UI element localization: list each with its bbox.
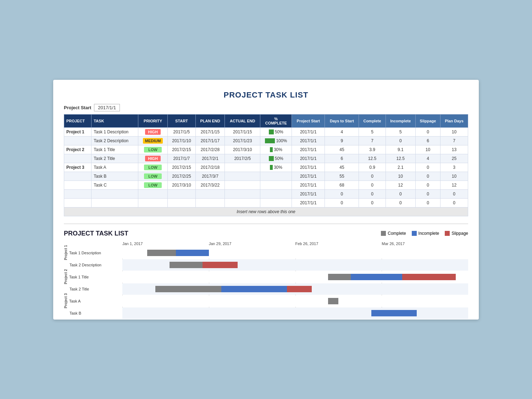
cell-plan-end: 2017/1/17 xyxy=(195,136,225,145)
gantt-bar-slippage xyxy=(287,286,312,292)
cell-project-start: 2017/1/1 xyxy=(292,163,325,172)
main-table: PROJECT TASK PRIORITY START PLAN END ACT… xyxy=(64,114,468,216)
col-days-to-start: Days to Start xyxy=(325,114,359,127)
table-row: Task 2 TitleHIGH2017/1/72017/2/12017/2/5… xyxy=(64,154,468,163)
cell-start: 2017/1/10 xyxy=(167,136,195,145)
gantt-bar-complete xyxy=(147,250,176,256)
cell-priority: HIGH xyxy=(138,127,168,136)
gantt-project-label: Project 3 xyxy=(64,293,68,308)
legend-slippage-label: Slippage xyxy=(451,231,468,236)
cell-plan-end: 2017/1/15 xyxy=(195,127,225,136)
insert-row: Insert new rows above this one xyxy=(64,207,468,216)
table-row: Project 2Task 1 TitleLOW2017/2/152017/2/… xyxy=(64,145,468,154)
cell-plan-end xyxy=(195,198,225,207)
col-project: PROJECT xyxy=(64,114,92,127)
cell-pct-complete xyxy=(260,189,292,198)
cell-actual-end: 2017/2/5 xyxy=(225,154,260,163)
cell-slippage: 6 xyxy=(416,136,440,145)
cell-days-to-start: 45 xyxy=(325,145,359,154)
gantt-date-label: Mar 26, 2017 xyxy=(382,242,468,246)
cell-task: Task 1 Title xyxy=(92,145,138,154)
cell-priority: LOW xyxy=(138,163,168,172)
gantt-project-label: Project 1 xyxy=(64,245,68,260)
cell-plan-days: 0 xyxy=(440,189,468,198)
col-actual-end: ACTUAL END xyxy=(225,114,260,127)
cell-pct-complete: 50% xyxy=(260,154,292,163)
cell-start xyxy=(167,198,195,207)
cell-actual-end: 2017/3/10 xyxy=(225,145,260,154)
cell-project xyxy=(64,136,92,145)
cell-priority: MEDIUM xyxy=(138,136,168,145)
gantt-bar-incomplete xyxy=(176,250,209,256)
cell-complete: 7 xyxy=(359,136,386,145)
project-start-row: Project Start 2017/1/1 xyxy=(64,104,468,111)
cell-plan-days: 7 xyxy=(440,136,468,145)
cell-slippage: 10 xyxy=(416,145,440,154)
table-row: Project 1Task 1 DescriptionHIGH2017/1/52… xyxy=(64,127,468,136)
cell-complete: 5 xyxy=(359,127,386,136)
gantt-date-label: Feb 26, 2017 xyxy=(295,242,382,246)
cell-task: Task B xyxy=(92,172,138,181)
cell-plan-end xyxy=(195,189,225,198)
col-incomplete: Incomplete xyxy=(386,114,415,127)
pct-text: 50% xyxy=(275,156,283,161)
gantt-task-name: Task 1 Description xyxy=(69,251,101,255)
pct-bar xyxy=(265,138,275,143)
cell-pct-complete: 100% xyxy=(260,136,292,145)
cell-complete: 0.9 xyxy=(359,163,386,172)
gantt-date-label: Jan 1, 2017 xyxy=(122,242,209,246)
table-row: 2017/1/100000 xyxy=(64,189,468,198)
pct-bar xyxy=(270,165,273,170)
gantt-bar-container xyxy=(122,286,468,292)
legend-complete: Complete xyxy=(381,231,406,236)
gantt-bar-incomplete xyxy=(221,286,287,292)
cell-slippage: 0 xyxy=(416,181,440,189)
col-project-start: Project Start xyxy=(292,114,325,127)
gantt-task-label: Project 1Task 1 Description xyxy=(64,245,122,260)
gantt-dates-row: Jan 1, 2017Jan 29, 2017Feb 26, 2017Mar 2… xyxy=(64,242,468,246)
legend: Complete Incomplete Slippage xyxy=(381,231,468,236)
gantt-task-label: Task 2 Description xyxy=(64,263,122,267)
gantt-task-name: Task 1 Title xyxy=(69,275,89,279)
cell-incomplete: 9.1 xyxy=(386,145,415,154)
gantt-date-label: Jan 29, 2017 xyxy=(209,242,295,246)
gantt-bar-complete xyxy=(170,262,203,268)
cell-incomplete: 10 xyxy=(386,172,415,181)
cell-plan-days: 25 xyxy=(440,154,468,163)
cell-incomplete: 12.5 xyxy=(386,154,415,163)
cell-pct-complete: 50% xyxy=(260,127,292,136)
cell-project: Project 1 xyxy=(64,127,92,136)
gantt-task-label: Task B xyxy=(64,311,122,315)
cell-plan-days: 12 xyxy=(440,181,468,189)
gantt-row: Task B xyxy=(122,307,468,319)
pct-text: 30% xyxy=(274,147,282,152)
cell-plan-days: 13 xyxy=(440,145,468,154)
cell-project-start: 2017/1/1 xyxy=(292,145,325,154)
gantt-bar-container xyxy=(122,310,468,316)
cell-days-to-start: 6 xyxy=(325,154,359,163)
legend-slippage-color xyxy=(445,231,450,236)
pct-bar xyxy=(269,129,274,134)
cell-task: Task 2 Title xyxy=(92,154,138,163)
gantt-bar-incomplete xyxy=(351,274,402,280)
gantt-row: Project 2Task 1 Title xyxy=(122,271,468,283)
cell-complete: 0 xyxy=(359,172,386,181)
col-priority: PRIORITY xyxy=(138,114,168,127)
cell-days-to-start: 9 xyxy=(325,136,359,145)
cell-task: Task 1 Description xyxy=(92,127,138,136)
cell-project xyxy=(64,154,92,163)
gantt-task-label: Project 3Task A xyxy=(64,293,122,308)
chart-header: PROJECT TASK LIST Complete Incomplete Sl… xyxy=(64,230,468,237)
gantt-bar-container xyxy=(122,274,468,280)
col-slippage: Slippage xyxy=(416,114,440,127)
cell-actual-end: 2017/1/15 xyxy=(225,127,260,136)
pct-bar xyxy=(269,156,274,161)
project-start-label: Project Start xyxy=(64,105,91,110)
pct-bar-container: 50% xyxy=(262,156,289,161)
cell-project xyxy=(64,181,92,189)
gantt-task-label: Task 2 Title xyxy=(64,287,122,291)
cell-priority xyxy=(138,189,168,198)
col-complete: Complete xyxy=(359,114,386,127)
cell-project-start: 2017/1/1 xyxy=(292,127,325,136)
main-container: PROJECT TASK LIST Project Start 2017/1/1… xyxy=(53,80,479,320)
